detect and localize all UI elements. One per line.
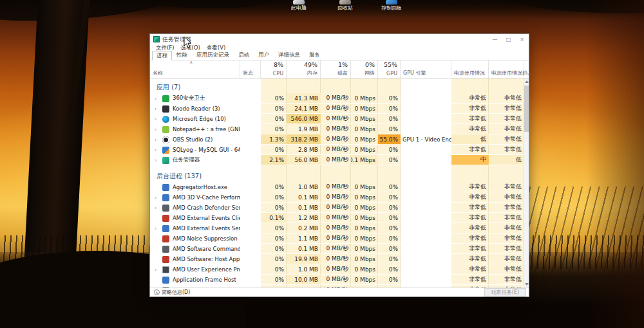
cell-disk: 0 MB/秒 [321, 93, 351, 104]
tab-进程[interactable]: 进程 [152, 51, 172, 60]
cell-gpu: 0% [378, 233, 401, 244]
column-header-gpu[interactable]: 55%GPU [378, 60, 401, 78]
process-row[interactable]: ›Microsoft Edge (10)0%546.0 MB0 MB/秒0 Mb… [150, 114, 529, 124]
cell-gpu: 0% [378, 124, 401, 134]
column-header-disk[interactable]: 1%磁盘 [321, 60, 351, 78]
process-name: AMD 3D V-Cache Performan... [173, 194, 240, 201]
process-row[interactable]: AMD Software: Host Applica...0%19.9 MB0 … [150, 254, 529, 264]
cell-net: 0 Mbps [351, 124, 378, 134]
cell-power: 非常低 [451, 192, 489, 203]
cell-disk: 0 MB/秒 [321, 254, 351, 264]
process-row[interactable]: Application Frame Host0%10.0 MB0 MB/秒0 M… [150, 275, 529, 285]
cell-cpu: 0% [261, 254, 287, 264]
tab-应用历史记录[interactable]: 应用历史记录 [192, 50, 234, 60]
group-header[interactable]: 应用 (7) [150, 82, 529, 93]
desktop-icon[interactable]: 回收站 [327, 0, 363, 11]
cell-mem: 318.2 MB [287, 134, 321, 145]
process-row[interactable]: AMD Software Command Line...0%0.1 MB0 MB… [150, 244, 529, 254]
process-row[interactable]: ›OBS Studio (2)1.3%318.2 MB0 MB/秒0 Mbps5… [150, 134, 529, 145]
status-bar: ∧ 简略信息(D) 结束任务(E) [150, 287, 529, 296]
column-header-mem[interactable]: 49%内存 [287, 60, 321, 78]
column-percent: 55% [384, 61, 397, 68]
titlebar[interactable]: 任务管理器 — □ × [150, 34, 529, 44]
process-row[interactable]: ›AMD 3D V-Cache Performan...0%0.1 MB0 MB… [150, 192, 529, 203]
cell-gpu: 0% [378, 203, 401, 213]
process-row[interactable]: ›SQLyog - MySQL GUI - 64 bit0%2.8 MB0 MB… [150, 145, 529, 155]
process-row[interactable]: ›Koodo Reader (3)0%24.1 MB0 MB/秒0 Mbps0%… [150, 104, 529, 114]
tab-服务[interactable]: 服务 [305, 50, 325, 60]
expand-chevron-icon[interactable]: › [153, 106, 158, 112]
scroll-up-icon[interactable] [525, 80, 529, 83]
process-row[interactable]: ›360安全卫士0%41.3 MB0 MB/秒0 Mbps0%非常低非常低 [150, 93, 529, 104]
group-header[interactable]: 后台进程 (137) [150, 170, 529, 182]
tab-启动[interactable]: 启动 [234, 50, 254, 60]
process-row[interactable]: ›AMD External Events Service...0%0.2 MB0… [150, 223, 529, 233]
tab-用户[interactable]: 用户 [254, 50, 274, 60]
cell-disk: 0 MB/秒 [321, 264, 351, 275]
desktop-icon[interactable]: 此电脑 [281, 0, 317, 11]
cell-trend: 非常低 [489, 213, 524, 223]
expand-chevron-icon[interactable]: › [153, 158, 158, 163]
column-header-status[interactable]: 状态 [240, 60, 261, 78]
column-header-cpu[interactable]: 8%CPU [261, 60, 287, 78]
cell-trend: 非常低 [489, 233, 524, 244]
expand-chevron-icon[interactable]: › [153, 96, 158, 102]
expand-chevron-icon[interactable]: › [153, 205, 158, 211]
scroll-down-icon[interactable] [525, 283, 529, 286]
cell-gpu: 0% [378, 285, 401, 287]
process-name-cell: ›Bonjour Service [150, 285, 240, 287]
minimize-button[interactable]: — [488, 35, 502, 44]
process-row[interactable]: ›AMD Crash Defender Service0%0.1 MB0 MB/… [150, 203, 529, 213]
scrollbar-thumb[interactable] [524, 86, 529, 132]
process-row[interactable]: ›Bonjour Service0%0.3 MB0 MB/秒0 Mbps0%非常… [150, 285, 529, 287]
expand-chevron-icon[interactable]: › [153, 195, 158, 201]
process-row[interactable]: ›Notepad++ : a free (GNU) so...0%1.9 MB0… [150, 124, 529, 134]
cell-status [240, 93, 261, 104]
expand-chevron-icon[interactable]: › [153, 137, 158, 143]
cell-power: 非常低 [451, 203, 489, 213]
cell-engine [401, 192, 451, 203]
column-header-engine[interactable]: GPU 引擎 [401, 60, 451, 78]
process-name: AMD External Events Client... [173, 215, 240, 221]
desktop-icon[interactable]: 控制面板 [374, 0, 410, 11]
cell-status [240, 182, 261, 192]
cell-engine [401, 254, 451, 264]
process-row[interactable]: AMD External Events Client...0.1%1.2 MB0… [150, 213, 529, 223]
tab-详细信息[interactable]: 详细信息 [274, 50, 305, 60]
cell-engine [401, 264, 451, 275]
cell-net: 0 Mbps [351, 134, 378, 145]
cell-engine [401, 93, 451, 104]
process-row[interactable]: ›任务管理器2.1%56.0 MB0 MB/秒0.1 Mbps0%中低 [150, 155, 529, 165]
column-header-net[interactable]: 0%网络 [351, 60, 378, 78]
process-name-cell: ›Notepad++ : a free (GNU) so... [150, 124, 240, 134]
process-row[interactable]: AggregatorHost.exe0%1.0 MB0 MB/秒0 Mbps0%… [150, 182, 529, 192]
expand-chevron-icon[interactable]: › [153, 287, 158, 288]
expand-chevron-icon[interactable]: › [153, 267, 158, 273]
vertical-scrollbar[interactable] [523, 78, 529, 287]
cell-net: 0 Mbps [351, 244, 378, 254]
close-button[interactable]: × [515, 35, 529, 44]
end-task-button[interactable]: 结束任务(E) [484, 288, 526, 296]
cell-status [240, 134, 261, 145]
cell-cpu: 0% [261, 285, 287, 287]
cell-net: 0 Mbps [351, 182, 378, 192]
cell-net: 0 Mbps [351, 233, 378, 244]
column-header-name[interactable]: ∧名称 [150, 60, 240, 78]
tab-性能[interactable]: 性能 [172, 50, 192, 60]
expand-chevron-icon[interactable]: › [153, 147, 158, 153]
expand-chevron-icon[interactable]: › [153, 116, 158, 122]
column-header-power[interactable]: 电源使用情况 [451, 60, 489, 78]
fewer-details-toggle[interactable]: ∧ 简略信息(D) [154, 289, 190, 296]
maximize-button[interactable]: □ [502, 35, 515, 44]
cell-cpu: 0% [261, 264, 287, 275]
expand-chevron-icon[interactable]: › [153, 226, 158, 232]
process-row[interactable]: ›AMD User Experience Progr...0%1.0 MB0 M… [150, 264, 529, 275]
process-row[interactable]: AMD Noise Suppression0%1.1 MB0 MB/秒0 Mbp… [150, 233, 529, 244]
column-header-trend[interactable]: 电源使用情况趋... [489, 60, 524, 78]
expand-chevron-icon[interactable]: › [153, 127, 158, 132]
process-name-cell: ›AMD External Events Service... [150, 223, 240, 233]
cell-engine [401, 213, 451, 223]
desktop-icon-label: 回收站 [327, 5, 363, 11]
cell-trend: 非常低 [489, 104, 524, 114]
win-blue-icon [162, 225, 169, 232]
